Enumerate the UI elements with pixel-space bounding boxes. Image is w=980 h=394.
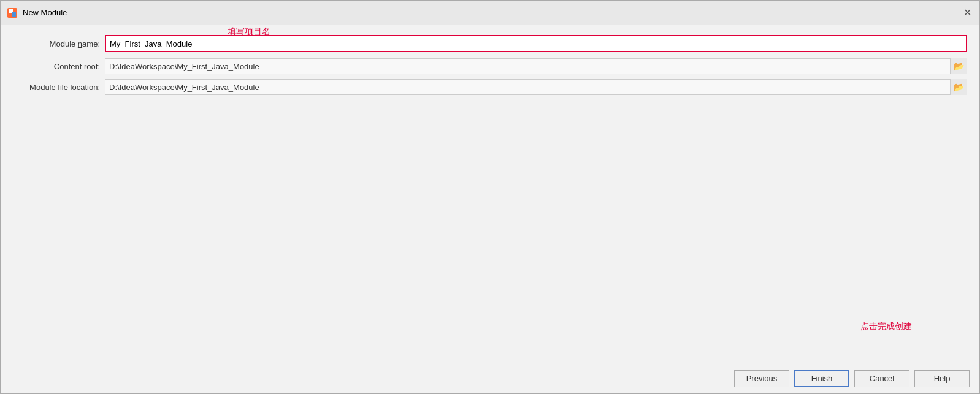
content-root-row: Content root: D:\IdeaWorkspace\My_First_… bbox=[13, 58, 967, 74]
content-root-label: Content root: bbox=[13, 62, 105, 71]
dialog-content: 填写项目名 Module name: Content root: D:\Idea… bbox=[1, 25, 979, 363]
module-name-label: Module name: bbox=[13, 39, 105, 48]
close-button[interactable]: ✕ bbox=[961, 7, 973, 19]
dialog-title: New Module bbox=[23, 8, 961, 17]
new-module-dialog: New Module ✕ 填写项目名 Module name: Content … bbox=[0, 0, 980, 394]
folder-icon-2: 📂 bbox=[954, 82, 964, 92]
dialog-footer: Previous Finish Cancel Help bbox=[1, 363, 979, 393]
annotation-click-finish: 点击完成创建 bbox=[860, 321, 912, 332]
module-file-location-row: Module file location: D:\IdeaWorkspace\M… bbox=[13, 79, 967, 95]
module-file-location-browse-button[interactable]: 📂 bbox=[950, 79, 967, 95]
title-bar: New Module ✕ bbox=[1, 1, 979, 25]
svg-rect-2 bbox=[12, 12, 16, 17]
content-root-value: D:\IdeaWorkspace\My_First_Java_Module bbox=[105, 58, 967, 74]
module-file-location-label: Module file location: bbox=[13, 83, 105, 92]
content-root-container: D:\IdeaWorkspace\My_First_Java_Module 📂 bbox=[105, 58, 967, 74]
previous-button[interactable]: Previous bbox=[734, 370, 789, 387]
help-button[interactable]: Help bbox=[914, 370, 970, 387]
module-file-location-container: D:\IdeaWorkspace\My_First_Java_Module 📂 bbox=[105, 79, 967, 95]
folder-icon: 📂 bbox=[954, 61, 964, 71]
cancel-button[interactable]: Cancel bbox=[854, 370, 909, 387]
finish-button[interactable]: Finish bbox=[794, 370, 849, 387]
content-root-browse-button[interactable]: 📂 bbox=[950, 58, 967, 74]
module-name-input[interactable] bbox=[105, 35, 967, 52]
module-name-row: Module name: bbox=[13, 35, 967, 52]
dialog-icon bbox=[7, 7, 18, 18]
annotation-fill-name: 填写项目名 bbox=[228, 26, 270, 37]
module-file-location-value: D:\IdeaWorkspace\My_First_Java_Module bbox=[105, 79, 967, 95]
